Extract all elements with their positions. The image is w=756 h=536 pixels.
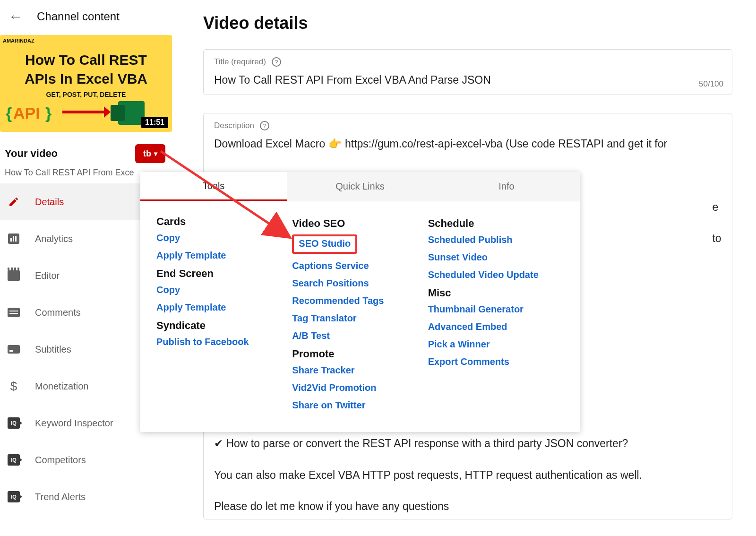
vidiq-icon: IQ [8, 491, 20, 503]
popup-col-2: Video SEO SEO Studio Captions Service Se… [292, 212, 428, 417]
title-field-counter: 50/100 [699, 79, 723, 89]
thumb-brand: AMARINDAZ [3, 38, 34, 43]
link-sunset-video[interactable]: Sunset Video [428, 252, 558, 263]
popup-col-1: Cards Copy Apply Template End Screen Cop… [156, 212, 292, 417]
link-share-tracker[interactable]: Share Tracker [292, 365, 422, 376]
sidebar-item-label: Analytics [35, 233, 73, 244]
thumb-line1: How To Call REST [0, 52, 172, 68]
title-field[interactable]: Title (required) ? How To Call REST API … [203, 49, 732, 95]
link-share-on-twitter[interactable]: Share on Twitter [292, 400, 422, 411]
subtitles-icon [8, 343, 20, 355]
sidebar-item-label: Subtitles [35, 344, 71, 355]
thumb-api: API [13, 104, 40, 122]
popup-body: Cards Copy Apply Template End Screen Cop… [140, 201, 580, 428]
popup-tabs: Tools Quick Links Info [140, 172, 580, 201]
link-export-comments[interactable]: Export Comments [428, 356, 558, 367]
link-cards-apply-template[interactable]: Apply Template [156, 250, 286, 261]
thumb-brace-left: { [6, 104, 12, 122]
link-ab-test[interactable]: A/B Test [292, 330, 422, 341]
tubebuddy-dropdown-button[interactable]: tb ▾ [135, 144, 165, 163]
vidiq-icon: IQ [8, 454, 20, 466]
link-scheduled-publish[interactable]: Scheduled Publish [428, 234, 558, 245]
link-thumbnail-generator[interactable]: Thumbnail Generator [428, 304, 558, 315]
link-pick-a-winner[interactable]: Pick a Winner [428, 339, 558, 350]
page-title: Video details [203, 0, 756, 49]
group-end-screen: End Screen [156, 268, 286, 280]
tubebuddy-tools-popup: Tools Quick Links Info Cards Copy Apply … [140, 172, 580, 432]
title-field-value[interactable]: How To Call REST API From Excel VBA And … [214, 67, 722, 88]
pencil-icon [8, 196, 20, 208]
comment-icon [8, 306, 20, 319]
sidebar-item-label: Editor [35, 270, 60, 281]
sidebar-item-label: Competitors [35, 455, 86, 466]
thumb-arrow-icon [62, 111, 105, 113]
thumb-line2: APIs In Excel VBA [0, 71, 172, 87]
link-endscreen-apply-template[interactable]: Apply Template [156, 302, 286, 313]
link-scheduled-video-update[interactable]: Scheduled Video Update [428, 269, 558, 280]
link-endscreen-copy[interactable]: Copy [156, 285, 286, 295]
help-icon[interactable]: ? [260, 121, 269, 130]
analytics-icon [8, 233, 20, 245]
sidebar-item-competitors[interactable]: IQ Competitors [0, 441, 170, 478]
link-search-positions[interactable]: Search Positions [292, 278, 422, 289]
sidebar-item-label: Monetization [35, 381, 88, 392]
link-vid2vid-promotion[interactable]: Vid2Vid Promotion [292, 382, 422, 393]
group-video-seo: Video SEO [292, 217, 422, 230]
sidebar-item-label: Details [35, 197, 64, 207]
link-cards-copy[interactable]: Copy [156, 233, 286, 243]
description-field-label: Description [214, 121, 254, 130]
popup-col-3: Schedule Scheduled Publish Sunset Video … [428, 212, 564, 417]
link-recommended-tags[interactable]: Recommended Tags [292, 295, 422, 306]
tab-tools[interactable]: Tools [140, 172, 287, 201]
title-field-label-row: Title (required) ? [214, 57, 722, 67]
thumb-line3: GET, POST, PUT, DELETE [0, 91, 172, 98]
tubebuddy-logo: tb [143, 149, 151, 159]
tab-quick-links[interactable]: Quick Links [287, 172, 433, 201]
sidebar-item-label: Trend Alerts [35, 492, 86, 502]
sidebar-item-label: Comments [35, 307, 81, 318]
vidiq-icon: IQ [8, 417, 20, 429]
group-cards: Cards [156, 216, 286, 228]
group-misc: Misc [428, 287, 558, 299]
thumb-brace-right: } [45, 104, 52, 122]
dollar-icon: $ [8, 380, 20, 392]
link-tag-translator[interactable]: Tag Translator [292, 313, 422, 324]
sidebar-item-label: Keyword Inspector [35, 418, 113, 429]
sidebar-header: ← Channel content [0, 0, 170, 35]
thumb-excel-icon [118, 101, 145, 125]
video-thumbnail[interactable]: AMARINDAZ How To Call REST APIs In Excel… [0, 35, 172, 132]
tab-info[interactable]: Info [433, 172, 580, 201]
description-field-label-row: Description ? [214, 121, 722, 130]
thumb-duration: 11:51 [141, 117, 168, 128]
link-captions-service[interactable]: Captions Service [292, 260, 422, 271]
link-publish-to-facebook[interactable]: Publish to Facebook [156, 337, 286, 347]
link-advanced-embed[interactable]: Advanced Embed [428, 321, 558, 332]
sidebar-subheader: Your video tb ▾ [0, 132, 170, 166]
help-icon[interactable]: ? [272, 57, 281, 67]
link-seo-studio[interactable]: SEO Studio [292, 234, 422, 254]
chevron-down-icon: ▾ [154, 150, 157, 157]
group-syndicate: Syndicate [156, 320, 286, 332]
sidebar-item-trend-alerts[interactable]: IQ Trend Alerts [0, 478, 170, 515]
your-video-label: Your video [5, 147, 58, 160]
back-arrow-icon[interactable]: ← [9, 9, 23, 25]
seo-studio-highlight: SEO Studio [292, 234, 357, 254]
group-promote: Promote [292, 348, 422, 360]
film-icon [8, 269, 20, 282]
group-schedule: Schedule [428, 217, 558, 230]
sidebar-header-title: Channel content [37, 10, 120, 23]
title-field-label: Title (required) [214, 57, 266, 67]
